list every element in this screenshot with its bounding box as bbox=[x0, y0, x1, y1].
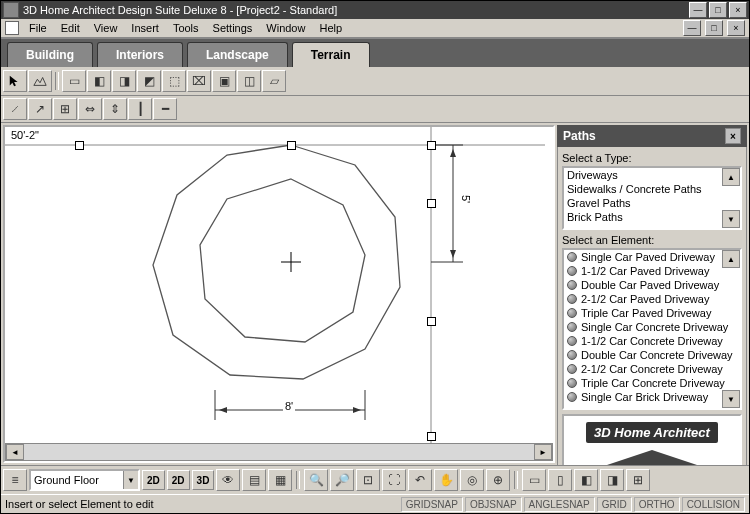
scroll-left-icon[interactable]: ◄ bbox=[6, 444, 24, 460]
handle[interactable] bbox=[427, 432, 436, 441]
list-item[interactable]: Sidewalks / Concrete Paths bbox=[564, 182, 740, 196]
type-listbox[interactable]: Driveways Sidewalks / Concrete Paths Gra… bbox=[562, 166, 742, 230]
list-item[interactable]: Driveways bbox=[564, 168, 740, 182]
handle[interactable] bbox=[427, 199, 436, 208]
path-tool-icon[interactable]: ↗ bbox=[28, 98, 52, 120]
menu-insert[interactable]: Insert bbox=[125, 20, 165, 36]
zoom-in-icon[interactable]: 🔍 bbox=[304, 469, 328, 491]
tool-icon[interactable]: ◨ bbox=[600, 469, 624, 491]
tool-icon[interactable]: ⊞ bbox=[626, 469, 650, 491]
pan-icon[interactable]: ✋ bbox=[434, 469, 458, 491]
view-2d-button[interactable]: 2D bbox=[142, 470, 165, 490]
menu-settings[interactable]: Settings bbox=[207, 20, 259, 36]
select-tool-icon[interactable] bbox=[3, 70, 27, 92]
mdi-minimize-button[interactable]: — bbox=[683, 20, 701, 36]
handle[interactable] bbox=[427, 141, 436, 150]
chevron-down-icon[interactable]: ▼ bbox=[123, 471, 138, 489]
measure-tool-icon[interactable]: ⟋ bbox=[3, 98, 27, 120]
handle[interactable] bbox=[427, 317, 436, 326]
view-2d2-button[interactable]: 2D bbox=[167, 470, 190, 490]
dim-v-tool-icon[interactable]: ⇕ bbox=[103, 98, 127, 120]
drawing-canvas[interactable]: 50'-2" bbox=[5, 127, 553, 443]
menu-view[interactable]: View bbox=[88, 20, 124, 36]
mdi-close-button[interactable]: × bbox=[727, 20, 745, 36]
tab-terrain[interactable]: Terrain bbox=[292, 42, 370, 67]
tab-building[interactable]: Building bbox=[7, 42, 93, 67]
tool-icon[interactable]: ⬚ bbox=[162, 70, 186, 92]
tool-icon[interactable]: ▯ bbox=[548, 469, 572, 491]
tool-icon[interactable]: ▦ bbox=[268, 469, 292, 491]
minimize-button[interactable]: — bbox=[689, 2, 707, 18]
terrain-tool-icon[interactable] bbox=[28, 70, 52, 92]
zoom-prev-icon[interactable]: ↶ bbox=[408, 469, 432, 491]
tool-icon[interactable]: ◧ bbox=[87, 70, 111, 92]
line-h-tool-icon[interactable]: ━ bbox=[153, 98, 177, 120]
scroll-right-icon[interactable]: ► bbox=[534, 444, 552, 460]
scroll-down-icon[interactable]: ▼ bbox=[722, 390, 740, 408]
scroll-up-icon[interactable]: ▲ bbox=[722, 168, 740, 186]
status-ortho[interactable]: ORTHO bbox=[634, 497, 680, 512]
element-listbox[interactable]: Single Car Paved Driveway 1-1/2 Car Pave… bbox=[562, 248, 742, 410]
tool-icon[interactable]: ▣ bbox=[212, 70, 236, 92]
list-item[interactable]: Single Car Brick Driveway bbox=[564, 390, 740, 404]
tool-icon[interactable]: ◎ bbox=[460, 469, 484, 491]
document-icon[interactable] bbox=[5, 21, 19, 35]
menu-tools[interactable]: Tools bbox=[167, 20, 205, 36]
tool-icon[interactable]: ◧ bbox=[574, 469, 598, 491]
status-grid[interactable]: GRID bbox=[597, 497, 632, 512]
status-collision[interactable]: COLLISION bbox=[682, 497, 745, 512]
tool-icon[interactable]: ◫ bbox=[237, 70, 261, 92]
tool-icon[interactable]: ▭ bbox=[522, 469, 546, 491]
panel-close-button[interactable]: × bbox=[725, 128, 741, 144]
h-scrollbar[interactable]: ◄ ► bbox=[5, 443, 553, 461]
tool-icon[interactable]: ▱ bbox=[262, 70, 286, 92]
list-item[interactable]: Single Car Paved Driveway bbox=[564, 250, 740, 264]
grid-tool-icon[interactable]: ⊞ bbox=[53, 98, 77, 120]
level-icon[interactable]: ≡ bbox=[3, 469, 27, 491]
list-item[interactable]: Gravel Paths bbox=[564, 196, 740, 210]
list-item[interactable]: Triple Car Paved Driveway bbox=[564, 306, 740, 320]
line-tool-icon[interactable]: ┃ bbox=[128, 98, 152, 120]
toolbar-secondary: ⟋ ↗ ⊞ ⇔ ⇕ ┃ ━ bbox=[1, 96, 749, 123]
layers-icon[interactable]: ▤ bbox=[242, 469, 266, 491]
tool-icon[interactable]: ▭ bbox=[62, 70, 86, 92]
zoom-fit-icon[interactable]: ⛶ bbox=[382, 469, 406, 491]
list-item[interactable]: 1-1/2 Car Concrete Driveway bbox=[564, 334, 740, 348]
tab-interiors[interactable]: Interiors bbox=[97, 42, 183, 67]
view-3d-button[interactable]: 3D bbox=[192, 470, 215, 490]
list-item[interactable]: Brick Paths bbox=[564, 210, 740, 224]
handle[interactable] bbox=[287, 141, 296, 150]
menu-help[interactable]: Help bbox=[313, 20, 348, 36]
tool-icon[interactable]: ◨ bbox=[112, 70, 136, 92]
list-item[interactable]: Double Car Paved Driveway bbox=[564, 278, 740, 292]
scroll-up-icon[interactable]: ▲ bbox=[722, 250, 740, 268]
tool-icon[interactable]: ◩ bbox=[137, 70, 161, 92]
list-item[interactable]: Triple Car Concrete Driveway bbox=[564, 376, 740, 390]
tool-icon[interactable]: ⌧ bbox=[187, 70, 211, 92]
list-item[interactable]: 1-1/2 Car Paved Driveway bbox=[564, 264, 740, 278]
level-combo[interactable]: Ground Floor ▼ bbox=[29, 469, 140, 491]
menu-edit[interactable]: Edit bbox=[55, 20, 86, 36]
window-title: 3D Home Architect Design Suite Deluxe 8 … bbox=[23, 4, 687, 16]
list-item[interactable]: Double Car Concrete Driveway bbox=[564, 348, 740, 362]
list-item[interactable]: 2-1/2 Car Concrete Driveway bbox=[564, 362, 740, 376]
dim-tool-icon[interactable]: ⇔ bbox=[78, 98, 102, 120]
status-anglesnap[interactable]: ANGLESNAP bbox=[524, 497, 595, 512]
menu-file[interactable]: File bbox=[23, 20, 53, 36]
tab-landscape[interactable]: Landscape bbox=[187, 42, 288, 67]
scroll-down-icon[interactable]: ▼ bbox=[722, 210, 740, 228]
mdi-restore-button[interactable]: □ bbox=[705, 20, 723, 36]
zoom-out-icon[interactable]: 🔎 bbox=[330, 469, 354, 491]
handle[interactable] bbox=[75, 141, 84, 150]
tool-icon[interactable]: ⊕ bbox=[486, 469, 510, 491]
body: 50'-2" bbox=[1, 123, 749, 465]
maximize-button[interactable]: □ bbox=[709, 2, 727, 18]
eye-icon[interactable]: 👁 bbox=[216, 469, 240, 491]
menu-window[interactable]: Window bbox=[260, 20, 311, 36]
status-objsnap[interactable]: OBJSNAP bbox=[465, 497, 522, 512]
list-item[interactable]: Single Car Concrete Driveway bbox=[564, 320, 740, 334]
status-gridsnap[interactable]: GRIDSNAP bbox=[401, 497, 463, 512]
close-button[interactable]: × bbox=[729, 2, 747, 18]
zoom-window-icon[interactable]: ⊡ bbox=[356, 469, 380, 491]
list-item[interactable]: 2-1/2 Car Paved Driveway bbox=[564, 292, 740, 306]
